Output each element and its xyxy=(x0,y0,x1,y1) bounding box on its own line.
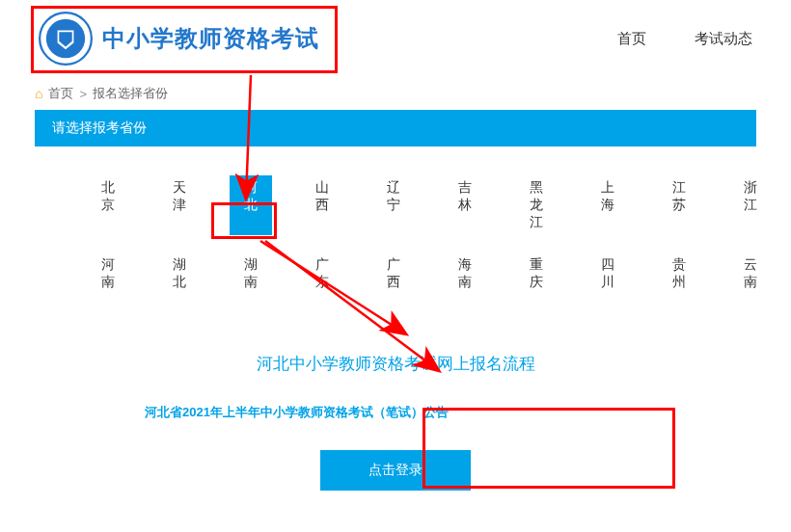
province-hubei[interactable]: 湖北 xyxy=(158,253,201,295)
site-title: 中小学教师资格考试 xyxy=(102,23,319,54)
notice-link[interactable]: 河北省2021年上半年中小学教师资格考试（笔试）公告 xyxy=(145,404,791,421)
province-row-1: 北京 天津 河北 山西 辽宁 吉林 黑龙江 上海 江苏 浙江 安 xyxy=(87,175,704,235)
province-list: 北京 天津 河北 山西 辽宁 吉林 黑龙江 上海 江苏 浙江 安 河南 湖北 湖… xyxy=(0,146,791,295)
logo-icon xyxy=(39,12,93,66)
breadcrumb-sep: > xyxy=(79,87,87,101)
province-hunan[interactable]: 湖南 xyxy=(230,253,272,295)
province-guangxi[interactable]: 广西 xyxy=(372,253,415,295)
province-tianjin[interactable]: 天津 xyxy=(158,175,201,235)
page-title: 河北中小学教师资格考试网上报名流程 xyxy=(0,353,791,375)
login-area: 点击登录 xyxy=(0,450,791,491)
province-zhejiang[interactable]: 浙江 xyxy=(729,175,772,235)
home-icon: ⌂ xyxy=(35,86,42,101)
breadcrumb: ⌂ 首页 > 报名选择省份 xyxy=(0,77,791,110)
province-hebei[interactable]: 河北 xyxy=(230,175,272,235)
section-bar: 请选择报考省份 xyxy=(35,110,756,146)
province-henan[interactable]: 河南 xyxy=(87,253,129,295)
province-sichuan[interactable]: 四川 xyxy=(586,253,629,295)
province-chongqing[interactable]: 重庆 xyxy=(515,253,558,295)
nav-news[interactable]: 考试动态 xyxy=(695,30,752,48)
province-beijing[interactable]: 北京 xyxy=(87,175,129,235)
login-button[interactable]: 点击登录 xyxy=(320,450,471,491)
province-hainan[interactable]: 海南 xyxy=(444,253,486,295)
province-liaoning[interactable]: 辽宁 xyxy=(372,175,415,235)
nav-home[interactable]: 首页 xyxy=(617,30,646,48)
province-guizhou[interactable]: 贵州 xyxy=(658,253,700,295)
nav: 首页 考试动态 xyxy=(617,30,762,48)
breadcrumb-home[interactable]: 首页 xyxy=(48,85,73,102)
province-shanghai[interactable]: 上海 xyxy=(586,175,629,235)
province-guangdong[interactable]: 广东 xyxy=(301,253,343,295)
province-shanxi[interactable]: 山西 xyxy=(301,175,343,235)
province-row-2: 河南 湖北 湖南 广东 广西 海南 重庆 四川 贵州 云南 陕 xyxy=(87,253,704,295)
header: 中小学教师资格考试 首页 考试动态 xyxy=(0,0,791,77)
logo-area: 中小学教师资格考试 xyxy=(39,12,319,66)
province-jiangsu[interactable]: 江苏 xyxy=(658,175,700,235)
province-heilongjiang[interactable]: 黑龙江 xyxy=(515,175,558,235)
province-jilin[interactable]: 吉林 xyxy=(444,175,486,235)
province-yunnan[interactable]: 云南 xyxy=(729,253,772,295)
breadcrumb-current: 报名选择省份 xyxy=(93,85,168,102)
